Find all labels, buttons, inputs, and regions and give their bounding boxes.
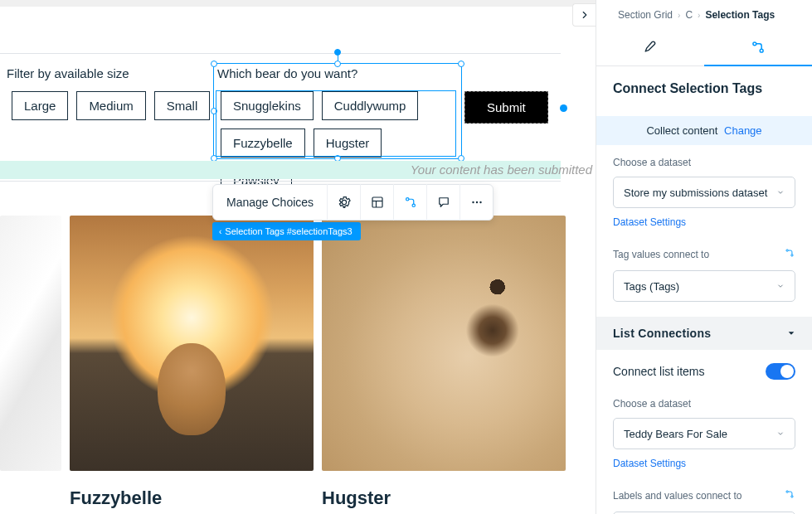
bear-option-hugster[interactable]: Hugster (314, 128, 382, 158)
panel-heading: Connect Selection Tags (613, 81, 795, 96)
toolbar-settings-button[interactable] (327, 184, 360, 221)
collect-change-link[interactable]: Change (724, 124, 762, 137)
dataset-select-teddy-bears[interactable]: Teddy Bears For Sale (613, 418, 795, 449)
product-image-teddy-closeup (322, 216, 566, 471)
element-id-chip[interactable]: ‹ Selection Tags #selectionTags3 (212, 222, 361, 240)
selection-anchor-dot[interactable] (560, 104, 567, 112)
chevron-down-icon (776, 187, 785, 199)
tag-values-value: Tags (Tags) (624, 280, 679, 293)
choose-dataset-label: Choose a dataset (613, 157, 795, 168)
product-title: Hugster (322, 487, 566, 509)
bear-option-fuzzybelle[interactable]: Fuzzybelle (221, 128, 305, 158)
dataset-select-value-2: Teddy Bears For Sale (624, 428, 727, 440)
gear-icon (337, 195, 352, 210)
breadcrumb-item-c[interactable]: C (685, 9, 693, 21)
tag-values-select[interactable]: Tags (Tags) (613, 270, 795, 302)
canvas-top-strip (0, 0, 596, 7)
tab-design[interactable] (596, 29, 704, 65)
collect-content-banner: Collect content Change (596, 116, 812, 145)
svg-point-6 (475, 201, 477, 203)
svg-point-5 (472, 201, 474, 203)
size-option-small[interactable]: Small (154, 91, 211, 120)
connect-data-icon (750, 39, 766, 56)
tab-connect-data[interactable] (704, 29, 812, 65)
bear-question-label: Which bear do you want? (216, 66, 461, 80)
element-toolbar: Manage Choices (212, 184, 494, 221)
form-top-border (0, 53, 561, 54)
more-horizontal-icon (469, 195, 484, 210)
dataset-select-value: Store my submissions dataset (624, 187, 767, 199)
submit-button[interactable]: Submit (464, 91, 548, 124)
dataset-settings-link-2[interactable]: Dataset Settings (613, 458, 686, 469)
manage-choices-button[interactable]: Manage Choices (213, 196, 327, 209)
reset-binding-button-2[interactable] (784, 488, 795, 503)
connect-list-items-label: Connect list items (613, 365, 704, 378)
toolbar-comment-button[interactable] (426, 184, 459, 221)
svg-point-7 (479, 201, 481, 203)
svg-rect-0 (372, 197, 382, 207)
chevron-down-icon (776, 280, 785, 293)
svg-point-13 (791, 496, 793, 497)
filter-by-size-group: Filter by available size Large Medium Sm… (3, 66, 210, 120)
toolbar-layout-button[interactable] (360, 184, 393, 221)
list-connections-header[interactable]: List Connections (596, 317, 812, 350)
toggle-knob (780, 365, 794, 378)
chevron-left-icon: ‹ (219, 227, 221, 236)
selection-rotate-handle[interactable] (334, 49, 341, 56)
list-connections-label: List Connections (613, 327, 711, 340)
svg-point-8 (753, 42, 756, 46)
comment-icon (436, 195, 451, 210)
reset-binding-button[interactable] (784, 247, 795, 262)
form-bottom-border (0, 181, 561, 182)
caret-down-icon (787, 327, 795, 340)
editor-canvas: Filter by available size Large Medium Sm… (0, 0, 596, 514)
tag-values-label: Tag values connect to (613, 249, 709, 260)
breadcrumb-item-section-grid[interactable]: Section Grid (618, 9, 673, 21)
element-id-label: Selection Tags #selectionTags3 (225, 226, 352, 236)
size-option-large[interactable]: Large (12, 91, 68, 120)
collect-content-label: Collect content (646, 124, 717, 137)
chevron-down-icon (776, 428, 785, 440)
connect-data-icon (784, 488, 795, 500)
choose-dataset-label-2: Choose a dataset (613, 398, 795, 410)
dataset-select-submissions[interactable]: Store my submissions dataset (613, 177, 795, 208)
chevron-right-icon: › (678, 11, 680, 20)
size-option-medium[interactable]: Medium (76, 91, 145, 120)
product-card-grid: Fuzzybelle Hugster (0, 216, 596, 509)
svg-point-11 (791, 255, 793, 256)
toolbar-more-button[interactable] (459, 184, 493, 221)
breadcrumb-item-active: Selection Tags (705, 9, 775, 21)
submitted-message: Your content has been submitted (411, 162, 592, 177)
product-image-teddy-bedding (0, 216, 61, 471)
toolbar-connect-button[interactable] (393, 184, 426, 221)
layout-icon (370, 195, 385, 210)
bear-option-cuddlywump[interactable]: Cuddlywump (322, 91, 419, 120)
bear-option-snugglekins[interactable]: Snugglekins (221, 91, 314, 120)
svg-point-12 (786, 491, 788, 492)
filter-size-label: Filter by available size (3, 66, 210, 80)
product-card[interactable] (0, 216, 61, 509)
product-image-teddy-sunset (70, 216, 314, 471)
breadcrumb: Section Grid › C › Selection Tags (596, 0, 812, 29)
product-title: Fuzzybelle (70, 487, 314, 509)
product-card[interactable]: Hugster (322, 216, 566, 509)
inspector-tabs (596, 29, 812, 66)
dataset-settings-link[interactable]: Dataset Settings (613, 216, 686, 228)
svg-point-10 (786, 250, 788, 251)
inspector-panel: Section Grid › C › Selection Tags Connec… (596, 0, 812, 514)
collapse-panel-button[interactable] (572, 3, 596, 27)
submit-wrap: Submit (464, 91, 548, 124)
connect-list-items-toggle[interactable] (766, 363, 795, 380)
svg-point-9 (760, 49, 763, 52)
product-card[interactable]: Fuzzybelle (70, 216, 314, 509)
svg-point-4 (412, 204, 415, 206)
labels-values-label: Labels and values connect to (613, 490, 741, 502)
connect-data-icon (403, 195, 418, 210)
chevron-right-icon: › (698, 11, 700, 20)
chevron-right-icon (579, 9, 591, 21)
brush-icon (642, 39, 659, 56)
connect-data-icon (784, 247, 795, 259)
svg-point-3 (406, 198, 408, 201)
